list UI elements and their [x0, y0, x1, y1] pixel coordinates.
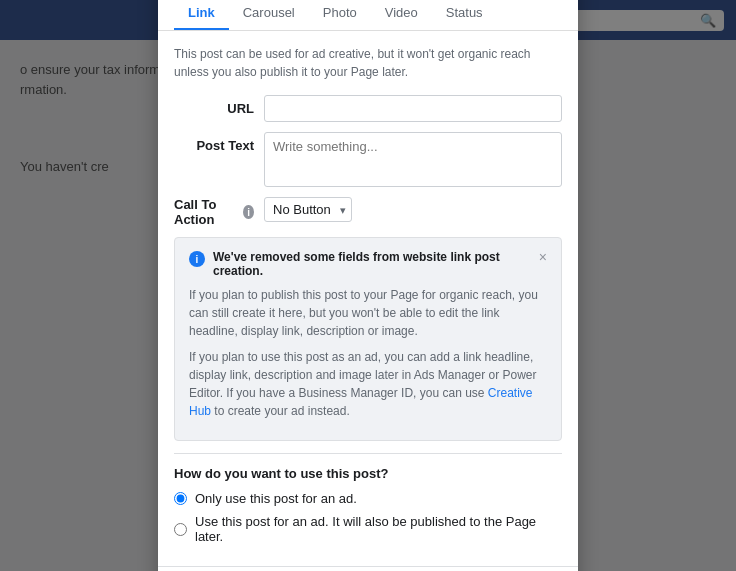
- tab-link[interactable]: Link: [174, 0, 229, 30]
- cta-select-wrapper: No Button: [264, 197, 352, 222]
- cta-label-group: Call To Action i: [174, 197, 264, 227]
- notice-info-icon: i: [189, 251, 205, 267]
- notice-box: i We've removed some fields from website…: [174, 237, 562, 441]
- modal-footer: Cancel Create Post: [158, 566, 578, 571]
- modal-body: This post can be used for ad creative, b…: [158, 31, 578, 566]
- radio-option-2[interactable]: Use this post for an ad. It will also be…: [174, 514, 562, 544]
- url-row: URL: [174, 95, 562, 122]
- radio-option-1[interactable]: Only use this post for an ad.: [174, 491, 562, 506]
- info-icon[interactable]: i: [243, 205, 254, 219]
- notice-header: i We've removed some fields from website…: [189, 250, 547, 278]
- radio-label-1: Only use this post for an ad.: [195, 491, 357, 506]
- tab-video[interactable]: Video: [371, 0, 432, 30]
- notice-text-2: If you plan to use this post as an ad, y…: [189, 348, 547, 420]
- tab-status[interactable]: Status: [432, 0, 497, 30]
- tab-carousel[interactable]: Carousel: [229, 0, 309, 30]
- notice-close-button[interactable]: ×: [539, 250, 547, 264]
- cta-row: Call To Action i No Button: [174, 197, 562, 227]
- post-text-label: Post Text: [174, 132, 264, 153]
- description-text: This post can be used for ad creative, b…: [174, 45, 562, 81]
- tab-photo[interactable]: Photo: [309, 0, 371, 30]
- tab-bar: Link Carousel Photo Video Status: [174, 0, 562, 30]
- url-input[interactable]: [264, 95, 562, 122]
- radio-input-2[interactable]: [174, 523, 187, 536]
- radio-label-2: Use this post for an ad. It will also be…: [195, 514, 562, 544]
- modal-dialog: Create Unpublished Page Post × Link Caro…: [158, 0, 578, 571]
- modal-header: Create Unpublished Page Post × Link Caro…: [158, 0, 578, 31]
- modal-overlay: Create Unpublished Page Post × Link Caro…: [0, 0, 736, 571]
- usage-title: How do you want to use this post?: [174, 466, 562, 481]
- cta-label: Call To Action: [174, 197, 239, 227]
- radio-input-1[interactable]: [174, 492, 187, 505]
- notice-title: We've removed some fields from website l…: [213, 250, 531, 278]
- divider: [174, 453, 562, 454]
- usage-section: How do you want to use this post? Only u…: [174, 466, 562, 544]
- post-text-input[interactable]: [264, 132, 562, 187]
- notice-text-1: If you plan to publish this post to your…: [189, 286, 547, 340]
- post-text-row: Post Text: [174, 132, 562, 187]
- cta-select[interactable]: No Button: [264, 197, 352, 222]
- url-label: URL: [174, 95, 264, 116]
